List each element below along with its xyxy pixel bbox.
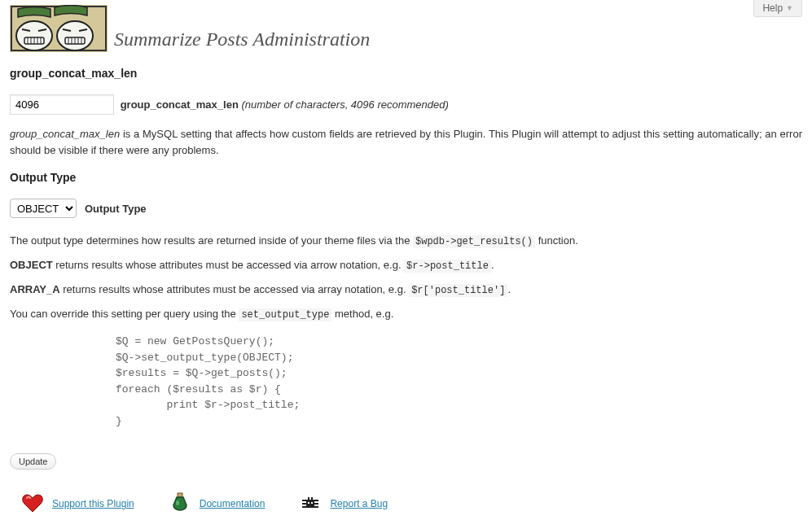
help-label: Help [762,2,783,14]
footer-link-support: Support this Plugin [21,492,134,515]
groupconcat-hint: (number of characters, 4096 recommended) [241,98,448,111]
svg-rect-26 [314,506,318,508]
outputtype-p2: OBJECT returns results whose attributes … [10,257,802,273]
footer-links: Support this Plugin Documentation Report… [10,492,802,515]
groupconcat-label: group_concat_max_len [121,98,239,111]
outputtype-p1: The output type determines how results a… [10,233,802,249]
docs-link[interactable]: Documentation [200,498,266,509]
code-example-block: $Q = new GetPostsQuery(); $Q->set_output… [116,334,802,429]
code-array: $r['post_title'] [409,284,507,297]
outputtype-label: Output Type [85,203,147,215]
code-setoutput: set_output_type [239,308,331,321]
svg-rect-22 [314,500,318,501]
svg-point-3 [57,21,93,50]
svg-rect-23 [302,503,306,505]
chevron-down-icon: ▼ [786,4,793,12]
groupconcat-description: group_concat_max_len is a MySQL setting … [10,126,802,158]
outputtype-field-row: OBJECT Output Type [10,199,802,218]
svg-rect-25 [302,506,306,508]
section-title-groupconcat: group_concat_max_len [10,67,802,80]
groupconcat-field-row: group_concat_max_len (number of characte… [10,94,802,115]
svg-rect-28 [311,502,313,504]
groupconcat-desc-em: group_concat_max_len [10,128,120,140]
heart-icon [21,492,44,515]
svg-rect-18 [306,500,314,508]
page-header: Summarize Posts Administration [10,5,802,52]
svg-rect-19 [308,497,309,500]
groupconcat-desc-text: is a MySQL setting that affects how cust… [10,128,802,156]
potion-icon [169,492,191,515]
groupconcat-input[interactable] [10,94,114,115]
help-tab[interactable]: Help ▼ [753,0,802,17]
svg-rect-21 [302,500,306,501]
plugin-logo-icon [10,5,108,52]
svg-point-17 [176,500,179,505]
page-title: Summarize Posts Administration [114,28,370,52]
svg-rect-27 [308,502,309,504]
svg-rect-24 [314,503,318,505]
section-title-outputtype: Output Type [10,171,802,184]
footer-link-bug: Report a Bug [299,492,388,515]
bug-icon [299,492,322,515]
svg-rect-20 [311,497,313,500]
code-wpdb: $wpdb->get_results() [413,235,535,248]
outputtype-p4: You can override this setting per query … [10,306,802,322]
svg-point-2 [16,21,52,50]
outputtype-select[interactable]: OBJECT [10,199,77,218]
bug-link[interactable]: Report a Bug [330,498,388,509]
code-arrow: $r->post_title [404,260,491,273]
footer-link-docs: Documentation [169,492,266,515]
support-link[interactable]: Support this Plugin [52,498,134,509]
update-button[interactable]: Update [10,453,56,470]
outputtype-p3: ARRAY_A returns results whose attributes… [10,282,802,298]
